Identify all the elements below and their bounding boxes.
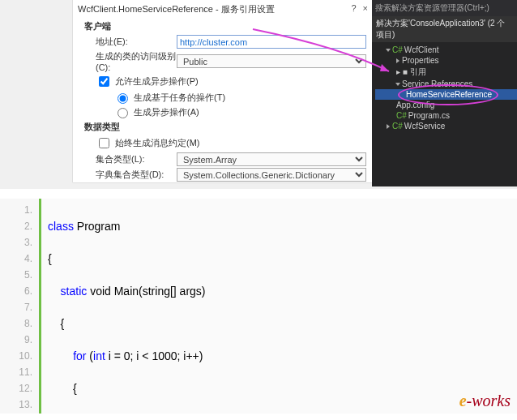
dialog-header: WcfClient.HomeServiceReference - 服务引用设置 … [73, 0, 373, 19]
service-reference-dialog: WcfClient.HomeServiceReference - 服务引用设置 … [73, 0, 373, 182]
home-service-reference[interactable]: HomeServiceReference [375, 89, 517, 100]
allow-async-checkbox[interactable]: 允许生成异步操作(P) [96, 74, 199, 89]
service-references-node[interactable]: Service References [375, 79, 517, 89]
program-cs-node[interactable]: C#Program.cs [375, 110, 517, 121]
help-icon[interactable]: ? [351, 3, 356, 15]
code-block: 1.2.3.4.5.6.7.8.9.10.11.12.13. class Pro… [0, 199, 517, 414]
solution-explorer: 搜索解决方案资源管理器(Ctrl+;) 解决方案'ConsoleApplicat… [372, 0, 517, 186]
properties-node[interactable]: Properties [375, 55, 517, 66]
solution-node[interactable]: 解决方案'ConsoleApplication3' (2 个项目) [372, 16, 517, 42]
address-input[interactable] [177, 35, 366, 49]
label-address: 地址(E): [96, 36, 177, 48]
solution-tree: C#WcfClient Properties ▸ ■ 引用 Service Re… [372, 42, 517, 131]
close-icon[interactable]: × [363, 3, 368, 15]
source-code: class Program { static void Main(string[… [41, 199, 357, 414]
dialog-title: WcfClient.HomeServiceReference - 服务引用设置 [78, 3, 275, 15]
watermark: e-works [459, 392, 511, 410]
line-gutter: 1.2.3.4.5.6.7.8.9.10.11.12.13. [0, 199, 41, 414]
references-node[interactable]: ▸ ■ 引用 [375, 66, 517, 79]
label-dictionary: 字典集合类型(D): [96, 169, 177, 181]
radio-task[interactable]: 生成基于任务的操作(T) [113, 91, 225, 104]
label-collection: 集合类型(L): [96, 153, 177, 165]
app-config-node[interactable]: App.config [375, 100, 517, 110]
screenshot-composite: WcfClient.HomeServiceReference - 服务引用设置 … [0, 0, 517, 191]
dictionary-select[interactable]: System.Collections.Generic.Dictionary [177, 168, 366, 182]
collection-select[interactable]: System.Array [177, 152, 366, 166]
wcfservice-project[interactable]: C#WcfService [375, 121, 517, 131]
access-select[interactable]: Public [177, 54, 366, 68]
reuse-always-checkbox[interactable]: 始终生成消息约定(M) [96, 135, 200, 151]
project-node[interactable]: C#WcfClient [375, 45, 517, 55]
radio-async[interactable]: 生成异步操作(A) [113, 105, 199, 118]
section-data: 数据类型 [73, 119, 373, 135]
search-box[interactable]: 搜索解决方案资源管理器(Ctrl+;) [372, 0, 517, 16]
section-client: 客户端 [73, 19, 373, 34]
label-access: 生成的类的访问级别(C): [96, 50, 177, 72]
